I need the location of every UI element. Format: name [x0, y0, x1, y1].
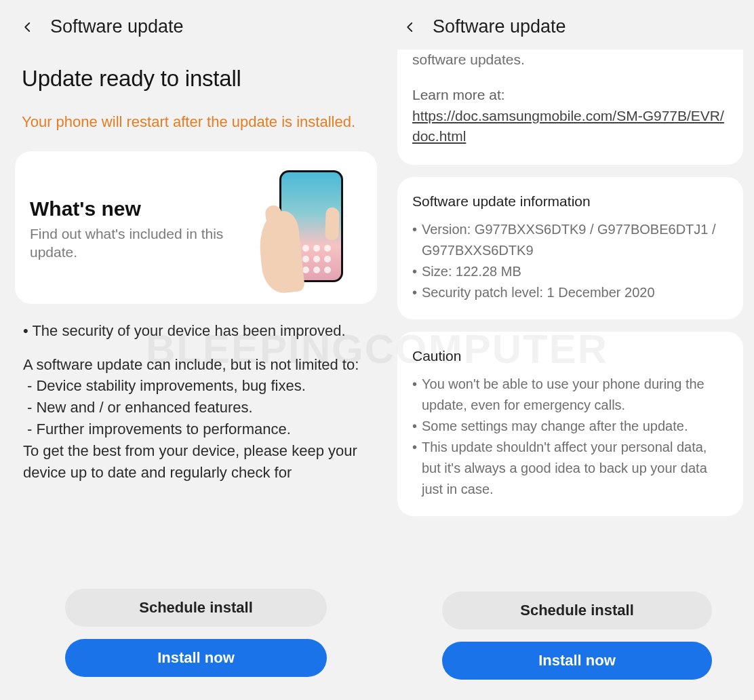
- action-buttons: Schedule install Install now: [393, 582, 747, 693]
- screen-update-details: Software update software updates. Learn …: [393, 7, 747, 693]
- whats-new-text: What's new Find out what's included in t…: [30, 197, 250, 262]
- description-continuation-card: software updates. Learn more at: https:/…: [397, 50, 743, 165]
- install-now-button[interactable]: Install now: [442, 642, 712, 680]
- learn-more-link[interactable]: https://doc.samsungmobile.com/SM-G977B/E…: [412, 108, 724, 144]
- update-info-card: Software update information •Version: G9…: [397, 177, 743, 319]
- install-now-button[interactable]: Install now: [65, 639, 327, 677]
- caution-item: You won't be able to use your phone duri…: [422, 374, 728, 416]
- update-includes-item: - Further improvements to performance.: [23, 419, 369, 440]
- update-tail-text: To get the best from your device, please…: [23, 440, 369, 484]
- update-description: • The security of your device has been i…: [11, 316, 381, 484]
- caution-list: •You won't be able to use your phone dur…: [412, 374, 728, 500]
- update-includes-item: - New and / or enhanced features.: [23, 397, 369, 419]
- header: Software update: [11, 7, 381, 50]
- header-title: Software update: [433, 16, 566, 37]
- back-button[interactable]: [20, 20, 35, 35]
- whats-new-card[interactable]: What's new Find out what's included in t…: [15, 151, 377, 304]
- caution-item: This update shouldn't affect your person…: [422, 437, 728, 500]
- info-version: Version: G977BXXS6DTK9 / G977BOBE6DTJ1 /…: [422, 219, 728, 261]
- info-patch-level: Security patch level: 1 December 2020: [422, 282, 655, 303]
- whats-new-subtitle: Find out what's included in this update.: [30, 225, 233, 262]
- caution-card: Caution •You won't be able to use your p…: [397, 332, 743, 516]
- update-includes-intro: A software update can include, but is no…: [23, 354, 369, 376]
- action-buttons: Schedule install Install now: [11, 579, 381, 693]
- back-icon: [404, 18, 416, 37]
- caution-item: Some settings may change after the updat…: [422, 416, 688, 437]
- header-title: Software update: [50, 16, 184, 37]
- page-headline: Update ready to install: [11, 50, 381, 97]
- update-info-title: Software update information: [412, 193, 728, 210]
- description-fragment: software updates.: [412, 50, 728, 70]
- header: Software update: [393, 7, 747, 50]
- update-includes-item: - Device stability improvements, bug fix…: [23, 375, 369, 397]
- whats-new-title: What's new: [30, 197, 250, 220]
- back-button[interactable]: [403, 20, 418, 35]
- phone-illustration: [260, 170, 362, 289]
- schedule-install-button[interactable]: Schedule install: [442, 591, 712, 629]
- learn-more-label: Learn more at:: [412, 85, 728, 105]
- info-size: Size: 122.28 MB: [422, 261, 521, 282]
- schedule-install-button[interactable]: Schedule install: [65, 589, 327, 627]
- restart-warning: Your phone will restart after the update…: [11, 97, 381, 151]
- security-bullet: • The security of your device has been i…: [23, 320, 369, 342]
- screen-update-ready: Software update Update ready to install …: [11, 7, 381, 693]
- caution-title: Caution: [412, 348, 728, 364]
- back-icon: [22, 18, 34, 37]
